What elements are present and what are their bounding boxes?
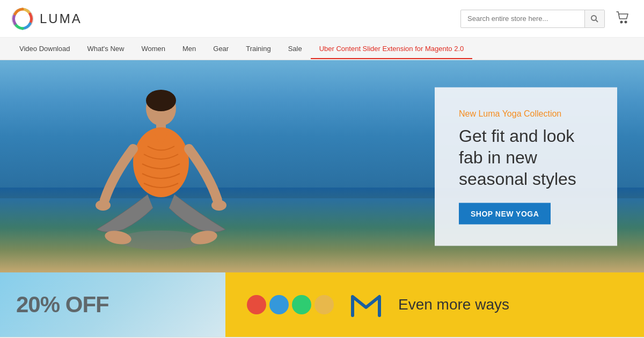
svg-line-2 <box>596 20 598 22</box>
hero-card: New Luma Yoga Collection Get fit and loo… <box>435 87 617 246</box>
search-input[interactable] <box>461 11 584 26</box>
header-right <box>460 8 633 30</box>
nav-link-whats-new[interactable]: What's New <box>78 38 133 59</box>
svg-point-6 <box>146 90 176 111</box>
nav-link-men[interactable]: Men <box>174 38 204 59</box>
nav-item-sale: Sale <box>280 38 311 59</box>
yoga-person-container <box>54 68 268 272</box>
nav-list: Video Download What's New Women Men Gear… <box>11 38 472 59</box>
logo-text: LUMA <box>40 11 82 26</box>
bottom-strip: 20% OFF Even more ways <box>0 272 644 337</box>
main-nav: Video Download What's New Women Men Gear… <box>0 38 644 60</box>
nav-item-video-download: Video Download <box>11 38 78 59</box>
hero-heading-line2: seasonal styles <box>459 169 576 188</box>
header: LUMA <box>0 0 644 38</box>
svg-point-4 <box>625 21 627 23</box>
hero-banner: New Luma Yoga Collection Get fit and loo… <box>0 60 644 272</box>
yoga-person-svg <box>54 68 268 272</box>
nav-link-gear[interactable]: Gear <box>204 38 237 59</box>
cart-icon <box>616 10 631 25</box>
logo-area: LUMA <box>11 7 82 31</box>
bottom-left-panel: 20% OFF <box>0 272 225 337</box>
search-button[interactable] <box>584 10 604 28</box>
nav-link-women[interactable]: Women <box>133 38 174 59</box>
search-icon <box>590 15 599 23</box>
even-more-text: Even more ways <box>398 296 509 313</box>
svg-point-0 <box>12 8 33 30</box>
shop-new-yoga-button[interactable]: Shop New Yoga <box>459 203 551 224</box>
hero-heading-line1: Get fit and look fab in new <box>459 126 574 167</box>
svg-point-9 <box>96 200 111 211</box>
cart-button[interactable] <box>613 8 633 30</box>
nav-item-whats-new: What's New <box>78 38 133 59</box>
bottom-right-panel: Even more ways <box>225 272 644 337</box>
nav-link-sale[interactable]: Sale <box>280 38 311 59</box>
nav-link-video-download[interactable]: Video Download <box>11 38 78 59</box>
nav-item-women: Women <box>133 38 174 59</box>
nav-item-training: Training <box>237 38 279 59</box>
luma-m-shape <box>350 289 382 321</box>
collection-title: New Luma Yoga Collection <box>459 109 593 118</box>
logo-icon <box>11 7 34 31</box>
nav-link-uber-slider[interactable]: Uber Content Slider Extension for Magent… <box>311 38 473 59</box>
shape-circle-4 <box>314 295 334 314</box>
shape-circle-3 <box>292 295 311 314</box>
nav-item-gear: Gear <box>204 38 237 59</box>
hero-background: New Luma Yoga Collection Get fit and loo… <box>0 60 644 272</box>
nav-link-training[interactable]: Training <box>237 38 279 59</box>
discount-text: 20% OFF <box>16 292 109 318</box>
hero-heading: Get fit and look fab in new seasonal sty… <box>459 125 593 189</box>
nav-item-men: Men <box>174 38 204 59</box>
shape-circle-2 <box>269 295 289 314</box>
svg-point-3 <box>620 21 623 23</box>
luma-shapes <box>247 295 334 314</box>
svg-point-1 <box>591 16 596 20</box>
search-bar <box>460 10 605 28</box>
svg-point-10 <box>211 200 226 211</box>
shape-circle-1 <box>247 295 266 314</box>
nav-item-uber-slider: Uber Content Slider Extension for Magent… <box>311 38 473 59</box>
